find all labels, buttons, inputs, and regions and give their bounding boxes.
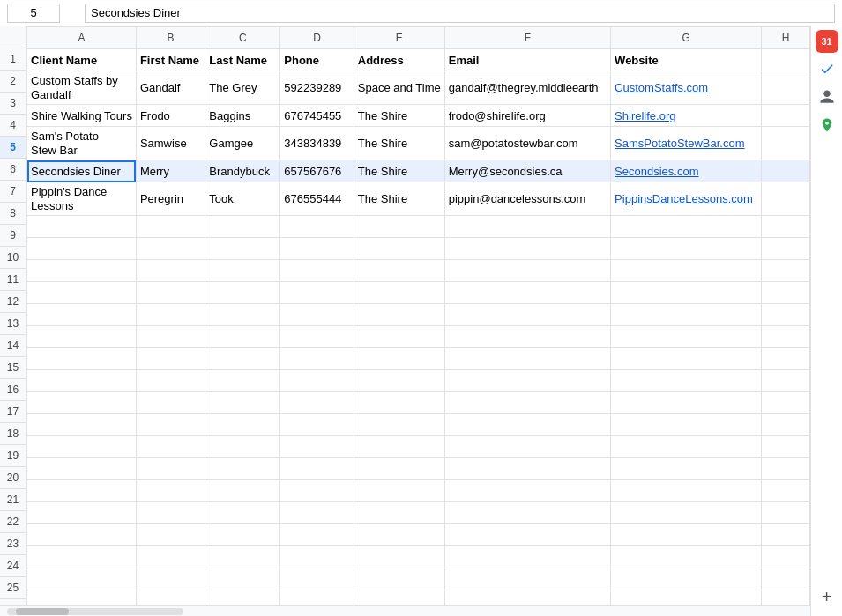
cell-11-H[interactable]: [762, 304, 810, 326]
cell-22-E[interactable]: [354, 546, 444, 568]
cell-23-G[interactable]: [611, 568, 762, 590]
row-number-25[interactable]: 25: [0, 577, 26, 599]
cell-7-B[interactable]: [136, 216, 205, 238]
cell-12-B[interactable]: [136, 326, 205, 348]
maps-icon[interactable]: [815, 113, 839, 137]
cell-24-A[interactable]: [27, 590, 137, 606]
cell-7-G[interactable]: [611, 216, 762, 238]
cell-19-H[interactable]: [762, 480, 810, 502]
cell-15-G[interactable]: [611, 392, 762, 414]
cell-24-G[interactable]: [611, 590, 762, 606]
cell-19-G[interactable]: [611, 480, 762, 502]
row-number-15[interactable]: 15: [0, 357, 26, 379]
link-4-G[interactable]: SamsPotatoStewBar.com: [615, 137, 744, 150]
cell-9-A[interactable]: [27, 260, 137, 282]
col-header-H[interactable]: H: [762, 27, 810, 49]
cell-20-D[interactable]: [280, 502, 354, 524]
cell-4-F[interactable]: sam@potatostewbar.com: [444, 127, 610, 160]
cell-18-H[interactable]: [762, 458, 810, 480]
link-6-G[interactable]: PippinsDanceLessons.com: [615, 192, 753, 205]
cell-7-E[interactable]: [354, 216, 444, 238]
row-number-2[interactable]: 2: [0, 71, 26, 93]
col-header-F[interactable]: F: [444, 27, 610, 49]
cell-21-F[interactable]: [444, 524, 610, 546]
row-number-17[interactable]: 17: [0, 401, 26, 423]
cell-8-E[interactable]: [354, 238, 444, 260]
row-number-22[interactable]: 22: [0, 511, 26, 533]
cell-21-G[interactable]: [611, 524, 762, 546]
cell-24-E[interactable]: [354, 590, 444, 606]
cell-13-B[interactable]: [136, 348, 205, 370]
col-header-C[interactable]: C: [205, 27, 280, 49]
col-header-G[interactable]: G: [611, 27, 762, 49]
cell-8-H[interactable]: [762, 238, 810, 260]
cell-16-A[interactable]: [27, 414, 137, 436]
cell-20-C[interactable]: [205, 502, 280, 524]
cell-18-A[interactable]: [27, 458, 137, 480]
cell-19-F[interactable]: [444, 480, 610, 502]
cell-20-E[interactable]: [354, 502, 444, 524]
cell-1-C[interactable]: Last Name: [205, 49, 280, 71]
row-number-3[interactable]: 3: [0, 93, 26, 115]
cell-13-D[interactable]: [280, 348, 354, 370]
cell-2-H[interactable]: [762, 71, 810, 105]
cell-6-F[interactable]: pippin@dancelessons.com: [444, 182, 610, 216]
cell-4-E[interactable]: The Shire: [354, 127, 444, 160]
cell-16-B[interactable]: [136, 414, 205, 436]
row-number-20[interactable]: 20: [0, 467, 26, 489]
cell-8-F[interactable]: [444, 238, 610, 260]
cell-6-B[interactable]: Peregrin: [136, 182, 205, 216]
cell-14-E[interactable]: [354, 370, 444, 392]
cell-12-A[interactable]: [27, 326, 137, 348]
cell-4-C[interactable]: Gamgee: [205, 127, 280, 160]
cell-12-F[interactable]: [444, 326, 610, 348]
cell-1-G[interactable]: Website: [611, 49, 762, 71]
col-header-D[interactable]: D: [280, 27, 354, 49]
cell-16-D[interactable]: [280, 414, 354, 436]
cell-15-B[interactable]: [136, 392, 205, 414]
cell-18-C[interactable]: [205, 458, 280, 480]
cell-2-D[interactable]: 592239289: [280, 71, 354, 105]
cell-19-A[interactable]: [27, 480, 137, 502]
cell-12-E[interactable]: [354, 326, 444, 348]
cell-24-B[interactable]: [136, 590, 205, 606]
cell-23-F[interactable]: [444, 568, 610, 590]
row-number-9[interactable]: 9: [0, 225, 26, 247]
row-number-12[interactable]: 12: [0, 291, 26, 313]
col-header-B[interactable]: B: [136, 27, 205, 49]
row-number-4[interactable]: 4: [0, 115, 26, 137]
cell-4-A[interactable]: Sam's Potato Stew Bar: [27, 127, 137, 160]
cell-13-A[interactable]: [27, 348, 137, 370]
cell-23-D[interactable]: [280, 568, 354, 590]
cell-13-C[interactable]: [205, 348, 280, 370]
spreadsheet-grid[interactable]: ABCDEFGH Client NameFirst NameLast NameP…: [26, 26, 810, 605]
cell-6-H[interactable]: [762, 182, 810, 216]
row-number-10[interactable]: 10: [0, 247, 26, 269]
horizontal-scrollbar[interactable]: [0, 605, 810, 616]
cell-11-A[interactable]: [27, 304, 137, 326]
row-number-14[interactable]: 14: [0, 335, 26, 357]
link-5-G[interactable]: Secondsies.com: [615, 165, 698, 178]
cell-10-F[interactable]: [444, 282, 610, 304]
cell-16-E[interactable]: [354, 414, 444, 436]
cell-22-A[interactable]: [27, 546, 137, 568]
cell-13-G[interactable]: [611, 348, 762, 370]
row-number-19[interactable]: 19: [0, 445, 26, 467]
cell-18-G[interactable]: [611, 458, 762, 480]
cell-1-H[interactable]: [762, 49, 810, 71]
row-number-11[interactable]: 11: [0, 269, 26, 291]
cell-7-H[interactable]: [762, 216, 810, 238]
cell-14-B[interactable]: [136, 370, 205, 392]
col-header-A[interactable]: A: [27, 27, 137, 49]
cell-14-C[interactable]: [205, 370, 280, 392]
cell-10-G[interactable]: [611, 282, 762, 304]
cell-23-H[interactable]: [762, 568, 810, 590]
add-icon[interactable]: +: [815, 584, 839, 609]
cell-1-B[interactable]: First Name: [136, 49, 205, 71]
cell-5-E[interactable]: The Shire: [354, 160, 444, 182]
cell-22-D[interactable]: [280, 546, 354, 568]
cell-20-H[interactable]: [762, 502, 810, 524]
cell-11-C[interactable]: [205, 304, 280, 326]
cell-9-B[interactable]: [136, 260, 205, 282]
cell-8-B[interactable]: [136, 238, 205, 260]
